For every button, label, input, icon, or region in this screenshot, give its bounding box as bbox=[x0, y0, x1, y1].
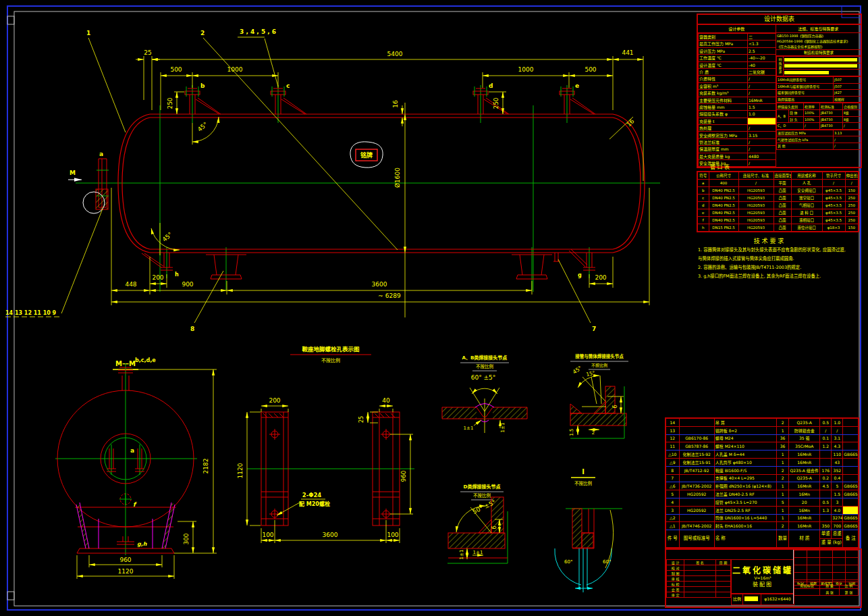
drawing-title-box: 二氧化碳储罐 V=16m³ 装配图 bbox=[731, 559, 794, 594]
cell bbox=[679, 498, 714, 506]
cell: 1 bbox=[777, 482, 789, 490]
cell: 1 bbox=[777, 458, 789, 466]
cell: 日 期 bbox=[715, 560, 730, 565]
dim-25: 25 bbox=[144, 49, 151, 56]
cell: b bbox=[697, 187, 709, 195]
cell: 审 核 bbox=[667, 576, 684, 582]
cell bbox=[843, 506, 859, 514]
cell: 接管 φ45×3.5 L=270 bbox=[714, 498, 776, 506]
cell: 设计温度 ℃ bbox=[699, 61, 748, 68]
signature-table: 设 计签 名日 期校 对制 图审 核标 检会 签审 定 bbox=[666, 559, 731, 598]
mm-view: M—M b,c,d,e bbox=[55, 357, 217, 579]
cell: 2 bbox=[777, 418, 789, 426]
cell: 150 bbox=[845, 224, 859, 232]
table-row: a400/平面人 孔// bbox=[697, 180, 859, 187]
nozzle-label-a: a bbox=[99, 151, 103, 157]
cell: / bbox=[748, 125, 776, 132]
leader-7: 7 bbox=[592, 326, 596, 332]
col-header: 连接面型式 bbox=[774, 172, 791, 180]
cell: 按图样 bbox=[834, 96, 862, 103]
cell: 设 计 bbox=[667, 560, 684, 565]
manhole-a: a bbox=[83, 151, 109, 213]
table-row: 管法兰标准/ bbox=[699, 138, 776, 145]
cell: 角焊缝腰高 bbox=[777, 96, 834, 103]
dim-2182: 2182 bbox=[202, 459, 209, 474]
cell: 进 料 口 bbox=[791, 209, 822, 217]
cell: 16MnR与碳素钢间焊条型号 bbox=[777, 83, 834, 90]
cell: 0.5 bbox=[820, 498, 832, 506]
table-row: △9化制法兰15-91人孔筒节 φ480×10116MnR43 bbox=[666, 458, 859, 466]
ndt-tag-cd: C、D bbox=[777, 123, 804, 130]
view-arrow-m: M bbox=[68, 170, 82, 180]
cell: 人 孔 bbox=[791, 180, 822, 187]
bolt-leader-2: 配 M20螺栓 bbox=[299, 500, 330, 507]
tech-req-line: 2. 容器的涂敷、运输与包装按JB/T4711-2003的规定. bbox=[698, 263, 863, 272]
dim-300: 300 bbox=[183, 533, 190, 544]
zone-mark bbox=[7, 592, 14, 600]
cell bbox=[715, 592, 730, 598]
standard-line: HG20584-1998《钢制化工容器制造技术要求》 bbox=[776, 38, 861, 44]
cell: Ⅱ级 bbox=[843, 116, 862, 123]
redacted-bar bbox=[784, 57, 862, 63]
dim-100-right: 100 bbox=[387, 532, 398, 538]
cell: 安全阀整定压力 MPa bbox=[699, 132, 748, 138]
cell: / bbox=[748, 90, 776, 97]
detail-ab-angle: 60° ±5° bbox=[471, 374, 496, 381]
detail-ab-dim2: 1±1 bbox=[500, 423, 506, 433]
cell: 会 签 bbox=[667, 587, 684, 592]
dim-1120-saddle: 1120 bbox=[237, 463, 244, 478]
detail-nz-45: 45° bbox=[572, 365, 583, 376]
cell: J427 bbox=[834, 90, 862, 97]
table-row: 会 签 bbox=[667, 587, 731, 592]
cell bbox=[843, 426, 859, 434]
special-req-bars: 特殊要求 bbox=[776, 56, 862, 76]
dim-dia-1600: Ø1600 bbox=[394, 168, 401, 188]
cell bbox=[679, 514, 714, 522]
cell: 2.5 bbox=[748, 47, 776, 54]
cell: 工作温度 ℃ bbox=[699, 55, 748, 61]
cell bbox=[748, 118, 776, 124]
cell: 凸面 bbox=[774, 224, 791, 232]
cell: 4 bbox=[666, 498, 679, 506]
cell: 安全阀接口 bbox=[791, 187, 822, 195]
cell: 气相接口 bbox=[791, 202, 822, 209]
cell: h bbox=[697, 224, 709, 232]
cell: 化制法兰15-92 bbox=[679, 451, 714, 459]
cell: GB6654 bbox=[843, 482, 859, 490]
nozzle-label-b: b bbox=[200, 82, 205, 89]
cell: d bbox=[697, 202, 709, 209]
table-row: 11GB5787-86螺栓 M24×1103635CrMoA1.24.3 bbox=[666, 442, 859, 451]
table-row: 工作温度 ℃-40~-20 bbox=[699, 55, 776, 61]
detail-ab-dim1: 1±1 bbox=[464, 426, 474, 431]
cell: 16MnR bbox=[789, 514, 820, 522]
table-row: 制 图 bbox=[667, 571, 731, 576]
cell: 14 bbox=[666, 418, 679, 426]
cell: 人孔盖 M δ=44 bbox=[714, 451, 776, 459]
cell: DN40 PN2.5 bbox=[709, 217, 738, 224]
cell: / bbox=[748, 138, 776, 145]
cell: GB6654 bbox=[843, 451, 859, 459]
cell: △1 bbox=[666, 522, 679, 530]
table-row: cDN40 PN2.5HG20593凸面放空接口φ45×3.5250 bbox=[697, 195, 859, 202]
cell: 352 bbox=[832, 466, 843, 474]
ndt-head: 合格级别 bbox=[843, 103, 862, 110]
cell: 36 bbox=[777, 434, 789, 442]
cell: 20 bbox=[789, 498, 820, 506]
cell: e bbox=[697, 209, 709, 217]
cell: φ45×3.5 bbox=[822, 195, 845, 202]
table-row: 4接管 φ45×3.5 L=2705200.53 bbox=[666, 498, 859, 506]
cell: / bbox=[832, 426, 843, 434]
table-row: 3HG20592法兰 DN25-2.5 RF116Mn1.34.0 bbox=[666, 506, 859, 514]
cell: 封 头 bbox=[789, 116, 804, 123]
cell: 1.5 bbox=[832, 490, 843, 498]
cell: 筒 体 bbox=[789, 109, 804, 116]
table-row: 16MnR与碳素钢间焊条型号J507 bbox=[777, 83, 862, 90]
cell: 250 bbox=[845, 209, 859, 217]
table-row: 12GB6170-86螺母 M243635 锻0.13.1 bbox=[666, 434, 859, 442]
design-data-table: 设计数据表 设计参数 法规、标准与特殊要求 容器类别二最高工作压力 MPa<1.… bbox=[697, 14, 862, 168]
bom-header-std: 图号或标准号 bbox=[679, 530, 714, 548]
table-row: 其 他/ bbox=[777, 143, 862, 149]
saddle-view-subtitle: 不按比例 bbox=[321, 357, 340, 363]
cell bbox=[715, 565, 730, 571]
table-row: 审 定 bbox=[667, 592, 731, 598]
